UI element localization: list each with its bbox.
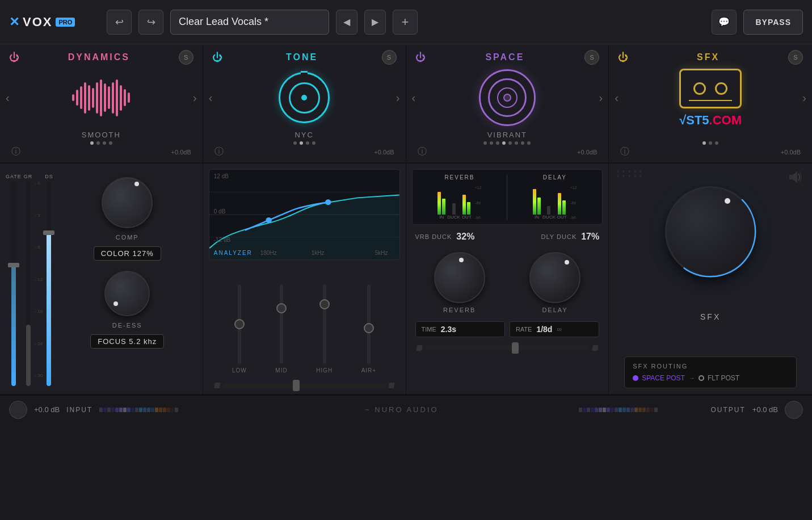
space-s-button[interactable]: S — [584, 50, 599, 65]
meter-seg — [139, 408, 142, 412]
delay-out-bars — [558, 181, 566, 215]
gate-handle[interactable] — [8, 263, 19, 267]
space-fader-handle[interactable] — [512, 342, 519, 354]
meter-seg — [115, 408, 119, 412]
air-slider-track[interactable] — [367, 284, 371, 364]
dynamics-s-button[interactable]: S — [179, 50, 193, 65]
gate-fader-track[interactable] — [11, 182, 16, 386]
tone-next-button[interactable]: › — [390, 91, 406, 104]
sfx-s-button[interactable]: S — [788, 50, 803, 65]
rate-box[interactable]: RATE 1/8d ∞ — [510, 321, 599, 337]
output-label: OUTPUT — [710, 406, 745, 414]
space-next-button[interactable]: › — [594, 91, 609, 104]
sfx-control-panel: SFX SFX ROUTING SPACE POST → FLT POST — [609, 163, 812, 394]
dynamics-next-button[interactable]: › — [187, 91, 203, 104]
sfx-prev-button[interactable]: ‹ — [609, 91, 624, 104]
tone-fader-track[interactable] — [224, 383, 385, 388]
freq-180hz: 180Hz — [260, 250, 277, 256]
tone-s-button[interactable]: S — [382, 50, 397, 65]
tone-prev-button[interactable]: ‹ — [203, 91, 218, 104]
high-slider-handle[interactable] — [319, 299, 330, 309]
color-value-box[interactable]: COLOR 127% — [94, 246, 161, 261]
output-meter-bar — [579, 408, 704, 412]
sfx-title: SFX — [697, 52, 720, 62]
ds-handle[interactable] — [43, 230, 54, 235]
dot — [617, 175, 619, 177]
air-slider-handle[interactable] — [364, 323, 374, 333]
meter-seg — [107, 408, 111, 412]
preset-dot — [483, 141, 487, 145]
bypass-button[interactable]: BYPASS — [743, 10, 803, 35]
undo-button[interactable]: ↩ — [107, 10, 132, 35]
space-control-panel: REVERB IN DUCK — [406, 163, 609, 394]
space-prev-button[interactable]: ‹ — [406, 91, 422, 104]
low-slider-handle[interactable] — [234, 319, 245, 329]
ds-fader-track[interactable] — [47, 182, 51, 386]
input-meter-button[interactable] — [9, 401, 27, 419]
gr-fill — [26, 325, 31, 386]
dynamics-preset-visual: ‹ › — [0, 65, 203, 131]
dynamics-preset-bottom: SMOOTH ⓘ +0.0dB — [0, 131, 203, 158]
high-label: HIGH — [316, 367, 333, 374]
reverb-in-label: IN — [439, 215, 444, 220]
time-box[interactable]: TIME 2.3s — [415, 321, 505, 337]
space-power-button[interactable]: ⏻ — [415, 52, 426, 64]
reverb-knob[interactable] — [434, 252, 485, 303]
dynamics-power-button[interactable]: ⏻ — [9, 52, 19, 64]
prev-preset-button[interactable]: ◀ — [336, 10, 357, 35]
space-db-value: +0.0dB — [577, 149, 597, 156]
reverb-knob-label: REVERB — [443, 307, 476, 313]
gr-label: GR — [24, 174, 33, 179]
meter-seg — [127, 408, 131, 412]
preset-name-input[interactable] — [170, 10, 329, 35]
sfx-next-button[interactable]: › — [797, 91, 812, 104]
out-meter-seg — [622, 408, 626, 412]
output-meter-button[interactable] — [785, 401, 803, 419]
mid-slider-handle[interactable] — [276, 303, 287, 313]
vrb-duck-box: VRB DUCK 32% — [415, 232, 475, 242]
tone-power-button[interactable]: ⏻ — [212, 52, 222, 64]
dly-duck-label: DLY DUCK — [541, 233, 577, 240]
de-ess-knob[interactable] — [104, 271, 150, 316]
comp-knob[interactable] — [102, 177, 153, 228]
sfx-knob-main-label: SFX — [700, 312, 721, 321]
sfx-preset-top: ⏻ SFX S — [609, 50, 812, 65]
delay-meter-title: DELAY — [543, 174, 567, 181]
dynamics-knob-section: COMP COLOR 127% DE-ESS FOCUS 5.2 khz — [58, 171, 197, 386]
analyzer-db-mid: 0 dB — [214, 208, 226, 215]
focus-value-box[interactable]: FOCUS 5.2 khz — [90, 334, 164, 349]
sfx-speaker-icon — [788, 169, 804, 187]
freq-5khz: 5kHz — [375, 250, 388, 256]
sfx-tape-line — [689, 100, 732, 101]
dynamics-prev-button[interactable]: ‹ — [0, 91, 15, 104]
sfx-main-knob[interactable] — [665, 186, 756, 277]
meter-seg — [171, 408, 174, 412]
next-preset-button[interactable]: ▶ — [364, 10, 386, 35]
out-meter-seg — [579, 408, 582, 412]
out-meter-seg — [654, 408, 658, 412]
meter-seg — [135, 408, 138, 412]
low-slider-track[interactable] — [238, 284, 241, 364]
ds-fill — [47, 233, 51, 386]
dot — [634, 175, 636, 177]
tone-fader-handle[interactable] — [293, 380, 300, 391]
space-fader-track[interactable] — [426, 346, 590, 350]
gr-fader-track[interactable] — [26, 182, 31, 386]
reverb-duck-bar — [452, 203, 456, 215]
reverb-bar2 — [442, 199, 445, 215]
redo-button[interactable]: ↪ — [138, 10, 163, 35]
out-meter-seg — [583, 408, 586, 412]
high-slider-track[interactable] — [323, 284, 326, 364]
sfx-routing-box[interactable]: SFX ROUTING SPACE POST → FLT POST — [624, 357, 797, 388]
add-preset-button[interactable]: + — [393, 10, 418, 35]
sfx-power-button[interactable]: ⏻ — [618, 52, 628, 64]
air-label: AIR+ — [361, 367, 377, 374]
comment-button[interactable]: 💬 — [712, 10, 737, 35]
mid-label: MID — [275, 367, 287, 374]
tone-output-fader — [209, 383, 400, 388]
db-12: - 12 — [35, 277, 43, 282]
preset-dot — [312, 141, 315, 145]
mid-slider-track[interactable] — [280, 284, 283, 364]
delay-knob[interactable] — [529, 252, 580, 303]
meter-seg — [103, 408, 107, 412]
